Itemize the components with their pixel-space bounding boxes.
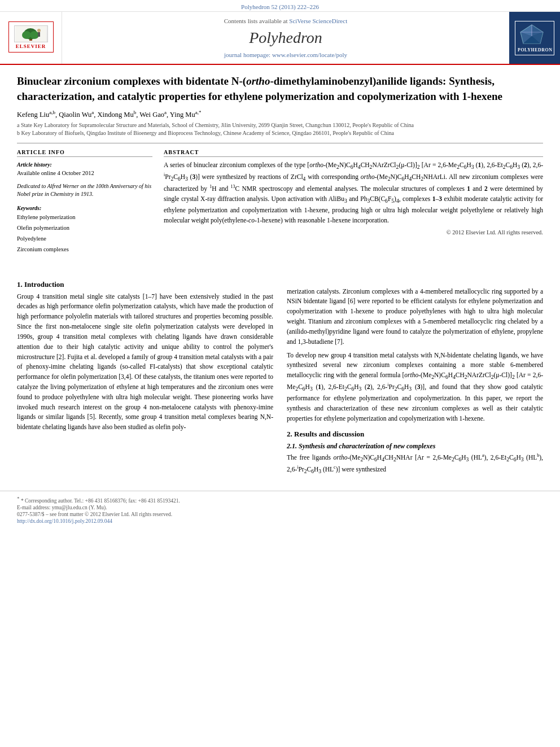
contents-text: Contents lists available at bbox=[224, 18, 288, 24]
keyword-2: Olefin polymerization bbox=[17, 223, 152, 234]
dedication-text: Dedicated to Alfred Werner on the 100th … bbox=[17, 182, 152, 198]
section1-para1: Group 4 transition metal single site cat… bbox=[17, 292, 273, 433]
sciverse-link[interactable]: SciVerse ScienceDirect bbox=[289, 18, 347, 24]
keywords-block: Keywords: Ethylene polymerization Olefin… bbox=[17, 204, 152, 255]
elsevier-logo: ELSEVIER bbox=[8, 21, 54, 53]
abstract-label: ABSTRACT bbox=[164, 149, 543, 157]
journal-top-bar: Polyhedron 52 (2013) 222–226 bbox=[0, 0, 560, 12]
doi-link[interactable]: http://dx.doi.org/10.1016/j.poly.2012.09… bbox=[17, 518, 543, 524]
body-left-column: 1. Introduction Group 4 transition metal… bbox=[17, 274, 273, 479]
keywords-label: Keywords: bbox=[17, 204, 152, 212]
article-footer: * * Corresponding author. Tel.: +86 431 … bbox=[0, 491, 560, 527]
section2-subheading: 2.1. Synthesis and characterization of n… bbox=[287, 442, 543, 451]
keyword-1: Ethylene polymerization bbox=[17, 212, 152, 223]
sciverse-line: Contents lists available at SciVerse Sci… bbox=[224, 18, 347, 24]
section1-para2: merization catalysts. Zirconium complexe… bbox=[287, 287, 543, 347]
history-label: Article history: bbox=[17, 160, 152, 169]
journal-ref-text: Polyhedron 52 (2013) 222–226 bbox=[241, 3, 319, 10]
logo-graphic bbox=[14, 25, 48, 42]
svg-point-5 bbox=[37, 29, 41, 32]
divider bbox=[17, 143, 543, 143]
available-online-text: Available online 4 October 2012 bbox=[17, 169, 152, 178]
keywords-list: Ethylene polymerization Olefin polymeriz… bbox=[17, 212, 152, 255]
polyhedron-box-label: POLYHEDRON bbox=[518, 47, 552, 53]
polyhedron-brand-box: POLYHEDRON bbox=[515, 21, 554, 55]
author-2: Qiaolin Wu bbox=[59, 111, 91, 119]
corresponding-note-text: * Corresponding author. Tel.: +86 431 85… bbox=[21, 498, 180, 504]
body-two-col: 1. Introduction Group 4 transition metal… bbox=[17, 274, 543, 479]
body-right-column: merization catalysts. Zirconium complexe… bbox=[287, 274, 543, 479]
article-content: Binuclear zirconium complexes with biden… bbox=[0, 65, 560, 269]
article-history-block: Article history: Available online 4 Octo… bbox=[17, 160, 152, 178]
keyword-3: Polyedylene bbox=[17, 234, 152, 244]
info-abstract-columns: ARTICLE INFO Article history: Available … bbox=[17, 149, 543, 259]
article-info-column: ARTICLE INFO Article history: Available … bbox=[17, 149, 152, 259]
article-title: Binuclear zirconium complexes with biden… bbox=[17, 74, 543, 104]
copyright-text: © 2012 Elsevier Ltd. All rights reserved… bbox=[164, 229, 543, 235]
section2-para1: The free ligands ortho-(Me2N)C6H4CH2NHAr… bbox=[287, 452, 543, 476]
crystal-icon bbox=[518, 24, 546, 46]
svg-point-4 bbox=[30, 31, 39, 39]
journal-header: ELSEVIER Contents lists available at Sci… bbox=[0, 12, 560, 65]
author-1: Kefeng Liu bbox=[17, 111, 49, 119]
svg-rect-6 bbox=[38, 32, 40, 37]
footnote-star: * bbox=[17, 496, 20, 501]
section2-heading: 2. Results and discussion bbox=[287, 430, 543, 439]
abstract-column: ABSTRACT A series of binuclear zirconium… bbox=[164, 149, 543, 259]
journal-header-center: Contents lists available at SciVerse Sci… bbox=[62, 12, 509, 64]
section1-para3: To develop new group 4 transition metal … bbox=[287, 351, 543, 424]
svg-point-3 bbox=[22, 31, 31, 39]
title-text: Binuclear zirconium complexes with biden… bbox=[17, 75, 502, 102]
author-4: Wei Gao bbox=[139, 111, 164, 119]
section2-heading-text: 2. Results and discussion bbox=[287, 430, 364, 438]
abstract-text: A series of binuclear zirconium complexe… bbox=[164, 160, 543, 226]
section1-heading-text: 1. Introduction bbox=[17, 280, 64, 289]
section1-heading: 1. Introduction bbox=[17, 280, 273, 289]
author-3: Xindong Mu bbox=[97, 111, 133, 119]
body-content: 1. Introduction Group 4 transition metal… bbox=[0, 269, 560, 491]
affiliation-a: a State Key Laboratory for Supramolecula… bbox=[17, 121, 543, 129]
issn-text: 0277-5387/$ – see front matter © 2012 El… bbox=[17, 512, 543, 517]
author-5: Ying Mu bbox=[170, 111, 195, 119]
email-note: E-mail address: ymu@jlu.edu.cn (Y. Mu). bbox=[17, 505, 543, 510]
authors-line: Kefeng Liua,b, Qiaolin Wua, Xindong Mub,… bbox=[17, 110, 543, 119]
article-info-label: ARTICLE INFO bbox=[17, 149, 152, 157]
publisher-logo-area: ELSEVIER bbox=[0, 12, 62, 64]
journal-name: Polyhedron bbox=[249, 29, 322, 47]
corresponding-author-note: * * Corresponding author. Tel.: +86 431 … bbox=[17, 496, 543, 504]
polyhedron-logo-box: POLYHEDRON bbox=[509, 12, 560, 64]
journal-homepage[interactable]: journal homepage: www.elsevier.com/locat… bbox=[224, 51, 347, 58]
affiliation-b: b Key Laboratory of Biofuels, Qingdao In… bbox=[17, 129, 543, 137]
affiliations: a State Key Laboratory for Supramolecula… bbox=[17, 121, 543, 137]
elsevier-label: ELSEVIER bbox=[16, 43, 46, 49]
keyword-4: Zirconium complexes bbox=[17, 244, 152, 255]
